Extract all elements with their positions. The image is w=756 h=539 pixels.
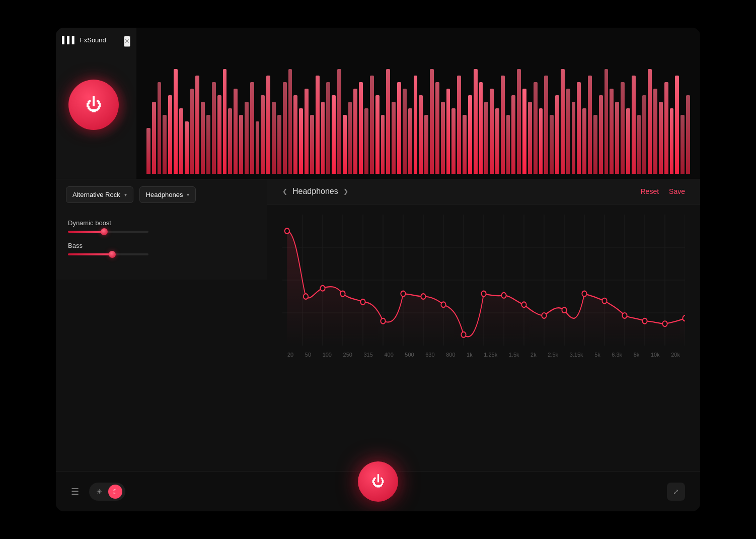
viz-bar [256,121,260,174]
eq-point-18[interactable] [642,318,647,324]
viz-bar [653,89,657,174]
close-button[interactable]: × [124,36,130,47]
viz-bar [326,82,330,174]
eq-freq-label: 2.5k [548,352,558,358]
eq-point-16[interactable] [602,298,607,304]
bass-fill [68,253,112,255]
eq-freq-label: 500 [405,352,414,358]
viz-bar [621,82,625,174]
bass-thumb[interactable] [109,251,116,258]
eq-point-4[interactable] [360,299,365,305]
eq-freq-label: 8k [634,352,640,358]
eq-freq-label: 50 [305,352,311,358]
visualizer-section [136,28,700,179]
viz-bar [146,128,150,174]
viz-bar [484,102,488,174]
bass-track[interactable] [68,253,148,255]
viz-bar [566,89,570,174]
viz-bar [179,108,183,174]
viz-bar [670,108,674,174]
save-button[interactable]: Save [669,187,685,195]
viz-bar [403,89,407,174]
preset-dropdown[interactable]: Alternative Rock ▾ [66,186,133,203]
viz-bar [288,69,292,174]
viz-bar [414,76,418,174]
eq-point-6[interactable] [401,291,405,297]
viz-bar [626,108,630,174]
dynamic-boost-fill [68,231,104,233]
eq-point-7[interactable] [421,294,425,299]
viz-bar [522,89,526,174]
reset-button[interactable]: Reset [641,187,659,195]
viz-bar [316,76,320,174]
eq-point-12[interactable] [521,302,526,307]
viz-bar [648,69,652,174]
dynamic-boost-thumb[interactable] [101,228,108,235]
eq-point-19[interactable] [662,321,667,326]
eq-point-13[interactable] [542,313,546,318]
viz-bar [174,69,178,174]
viz-bar [593,115,597,174]
eq-point-3[interactable] [340,291,345,297]
viz-bar [266,76,270,174]
eq-point-17[interactable] [622,313,627,318]
viz-bar [277,115,281,174]
eq-point-5[interactable] [381,318,385,324]
expand-button[interactable]: ⤢ [667,483,685,501]
viz-bar [561,69,565,174]
viz-bar [419,95,423,174]
bass-group: Bass [68,242,255,255]
eq-point-1[interactable] [304,294,308,299]
eq-point-10[interactable] [481,291,486,297]
viz-bar [158,82,162,174]
viz-bar [610,89,614,174]
eq-freq-label: 10k [651,352,660,358]
viz-bar [343,115,347,174]
dynamic-boost-track[interactable] [68,231,148,233]
viz-bar [195,76,199,174]
eq-freq-label: 1k [467,352,473,358]
eq-point-8[interactable] [441,302,445,307]
viz-bar [430,69,434,174]
eq-freq-label: 3.15k [570,352,583,358]
eq-freq-label: 5k [594,352,600,358]
dark-theme-button[interactable]: ☾ [108,485,122,499]
viz-bar [615,102,619,174]
dynamic-boost-label: Dynamic boost [68,219,255,227]
viz-bar [250,82,254,174]
viz-bar [599,95,603,174]
viz-bar [353,89,357,174]
eq-section: ❮ Headphones ❯ Reset Save [267,179,700,471]
viz-bar [544,76,548,174]
eq-point-9[interactable] [461,332,466,338]
menu-icon[interactable]: ☰ [71,486,79,497]
eq-point-15[interactable] [582,291,586,297]
eq-point-11[interactable] [501,293,506,298]
expand-icon: ⤢ [673,488,679,496]
viz-bar [506,115,510,174]
eq-device-selector[interactable]: ❮ Headphones ❯ [282,187,348,196]
theme-toggle: ☀ ☾ [89,483,125,501]
power-button-main[interactable]: ⏻ [68,80,119,130]
viz-bar [681,115,685,174]
eq-actions: Reset Save [641,187,686,195]
eq-point-2[interactable] [320,286,325,291]
viz-bar [501,76,505,174]
eq-point-20[interactable] [683,315,685,321]
viz-bar [495,108,499,174]
viz-bar [359,82,363,174]
power-button-bottom[interactable]: ⏻ [358,461,398,502]
device-label: Headphones [146,191,183,198]
viz-bar [212,82,216,174]
eq-graph-svg [282,215,685,346]
power-icon: ⏻ [86,96,102,114]
sliders-section: Dynamic boost Bass [56,209,267,280]
eq-freq-label: 630 [425,352,434,358]
device-dropdown[interactable]: Headphones ▾ [139,186,196,203]
eq-point-0[interactable] [285,228,289,234]
eq-point-14[interactable] [562,307,566,313]
viz-bar [305,89,309,174]
light-theme-button[interactable]: ☀ [92,485,106,499]
eq-freq-label: 800 [446,352,455,358]
viz-bar [664,82,668,174]
